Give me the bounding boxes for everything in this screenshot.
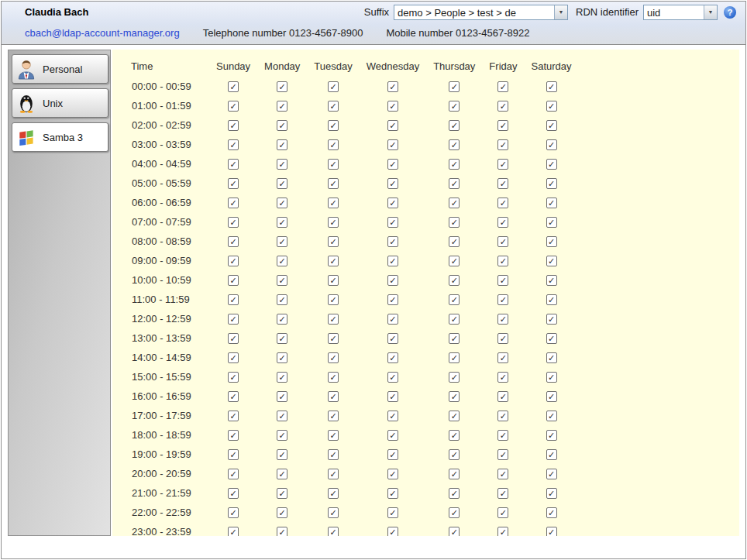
day-checkbox[interactable]: ✓ bbox=[228, 314, 239, 325]
day-checkbox[interactable]: ✓ bbox=[228, 256, 239, 266]
day-checkbox[interactable]: ✓ bbox=[449, 198, 460, 208]
day-checkbox[interactable]: ✓ bbox=[497, 469, 508, 479]
day-checkbox[interactable]: ✓ bbox=[328, 139, 339, 150]
day-checkbox[interactable]: ✓ bbox=[546, 159, 557, 170]
day-checkbox[interactable]: ✓ bbox=[546, 275, 557, 286]
day-checkbox[interactable]: ✓ bbox=[387, 333, 398, 344]
day-checkbox[interactable]: ✓ bbox=[546, 101, 557, 112]
day-checkbox[interactable]: ✓ bbox=[328, 198, 339, 208]
day-checkbox[interactable]: ✓ bbox=[328, 488, 339, 499]
day-checkbox[interactable]: ✓ bbox=[387, 469, 398, 479]
day-checkbox[interactable]: ✓ bbox=[387, 352, 398, 363]
day-checkbox[interactable]: ✓ bbox=[387, 391, 398, 402]
day-checkbox[interactable]: ✓ bbox=[328, 101, 339, 112]
day-checkbox[interactable]: ✓ bbox=[387, 159, 398, 170]
day-checkbox[interactable]: ✓ bbox=[228, 159, 239, 170]
day-checkbox[interactable]: ✓ bbox=[387, 372, 398, 383]
day-checkbox[interactable]: ✓ bbox=[277, 256, 287, 266]
day-checkbox[interactable]: ✓ bbox=[449, 391, 460, 402]
day-checkbox[interactable]: ✓ bbox=[228, 430, 239, 441]
day-checkbox[interactable]: ✓ bbox=[449, 507, 460, 518]
day-checkbox[interactable]: ✓ bbox=[449, 430, 460, 441]
day-checkbox[interactable]: ✓ bbox=[387, 178, 398, 189]
day-checkbox[interactable]: ✓ bbox=[497, 81, 508, 92]
day-checkbox[interactable]: ✓ bbox=[277, 101, 287, 112]
day-checkbox[interactable]: ✓ bbox=[497, 372, 508, 383]
day-checkbox[interactable]: ✓ bbox=[228, 101, 239, 112]
day-checkbox[interactable]: ✓ bbox=[449, 120, 460, 131]
day-checkbox[interactable]: ✓ bbox=[277, 507, 287, 518]
email-link[interactable]: cbach@ldap-account-manager.org bbox=[25, 27, 180, 39]
day-checkbox[interactable]: ✓ bbox=[277, 469, 287, 479]
day-checkbox[interactable]: ✓ bbox=[387, 314, 398, 325]
day-checkbox[interactable]: ✓ bbox=[328, 527, 339, 536]
day-checkbox[interactable]: ✓ bbox=[328, 469, 339, 479]
day-checkbox[interactable]: ✓ bbox=[449, 81, 460, 92]
day-checkbox[interactable]: ✓ bbox=[328, 81, 339, 92]
day-checkbox[interactable]: ✓ bbox=[328, 256, 339, 266]
day-checkbox[interactable]: ✓ bbox=[277, 178, 287, 189]
day-checkbox[interactable]: ✓ bbox=[449, 333, 460, 344]
day-checkbox[interactable]: ✓ bbox=[228, 391, 239, 402]
day-checkbox[interactable]: ✓ bbox=[387, 236, 398, 247]
day-checkbox[interactable]: ✓ bbox=[497, 391, 508, 402]
day-checkbox[interactable]: ✓ bbox=[497, 120, 508, 131]
day-checkbox[interactable]: ✓ bbox=[387, 294, 398, 305]
day-checkbox[interactable]: ✓ bbox=[277, 275, 287, 286]
day-checkbox[interactable]: ✓ bbox=[228, 139, 239, 150]
day-checkbox[interactable]: ✓ bbox=[546, 527, 557, 536]
day-checkbox[interactable]: ✓ bbox=[228, 488, 239, 499]
help-icon[interactable]: ? bbox=[724, 6, 736, 19]
day-checkbox[interactable]: ✓ bbox=[449, 217, 460, 228]
day-checkbox[interactable]: ✓ bbox=[228, 81, 239, 92]
day-checkbox[interactable]: ✓ bbox=[449, 178, 460, 189]
day-checkbox[interactable]: ✓ bbox=[387, 81, 398, 92]
day-checkbox[interactable]: ✓ bbox=[387, 139, 398, 150]
suffix-select[interactable]: demo > People > test > de ▼ bbox=[394, 5, 568, 20]
day-checkbox[interactable]: ✓ bbox=[228, 275, 239, 286]
day-checkbox[interactable]: ✓ bbox=[277, 314, 287, 325]
day-checkbox[interactable]: ✓ bbox=[497, 430, 508, 441]
day-checkbox[interactable]: ✓ bbox=[228, 294, 239, 305]
day-checkbox[interactable]: ✓ bbox=[387, 256, 398, 266]
day-checkbox[interactable]: ✓ bbox=[228, 372, 239, 383]
day-checkbox[interactable]: ✓ bbox=[277, 120, 287, 131]
day-checkbox[interactable]: ✓ bbox=[387, 488, 398, 499]
day-checkbox[interactable]: ✓ bbox=[277, 527, 287, 536]
day-checkbox[interactable]: ✓ bbox=[328, 333, 339, 344]
day-checkbox[interactable]: ✓ bbox=[328, 275, 339, 286]
day-checkbox[interactable]: ✓ bbox=[328, 178, 339, 189]
day-checkbox[interactable]: ✓ bbox=[328, 294, 339, 305]
day-checkbox[interactable]: ✓ bbox=[449, 449, 460, 460]
day-checkbox[interactable]: ✓ bbox=[277, 391, 287, 402]
day-checkbox[interactable]: ✓ bbox=[228, 469, 239, 479]
day-checkbox[interactable]: ✓ bbox=[546, 411, 557, 421]
day-checkbox[interactable]: ✓ bbox=[497, 178, 508, 189]
day-checkbox[interactable]: ✓ bbox=[328, 236, 339, 247]
day-checkbox[interactable]: ✓ bbox=[387, 198, 398, 208]
day-checkbox[interactable]: ✓ bbox=[228, 333, 239, 344]
day-checkbox[interactable]: ✓ bbox=[497, 217, 508, 228]
day-checkbox[interactable]: ✓ bbox=[277, 236, 287, 247]
day-checkbox[interactable]: ✓ bbox=[546, 139, 557, 150]
day-checkbox[interactable]: ✓ bbox=[228, 198, 239, 208]
day-checkbox[interactable]: ✓ bbox=[277, 430, 287, 441]
day-checkbox[interactable]: ✓ bbox=[449, 294, 460, 305]
day-checkbox[interactable]: ✓ bbox=[497, 294, 508, 305]
day-checkbox[interactable]: ✓ bbox=[497, 449, 508, 460]
day-checkbox[interactable]: ✓ bbox=[387, 449, 398, 460]
day-checkbox[interactable]: ✓ bbox=[387, 430, 398, 441]
day-checkbox[interactable]: ✓ bbox=[328, 391, 339, 402]
day-checkbox[interactable]: ✓ bbox=[497, 256, 508, 266]
day-checkbox[interactable]: ✓ bbox=[228, 411, 239, 421]
day-checkbox[interactable]: ✓ bbox=[546, 507, 557, 518]
day-checkbox[interactable]: ✓ bbox=[497, 236, 508, 247]
day-checkbox[interactable]: ✓ bbox=[497, 411, 508, 421]
day-checkbox[interactable]: ✓ bbox=[497, 507, 508, 518]
day-checkbox[interactable]: ✓ bbox=[277, 488, 287, 499]
day-checkbox[interactable]: ✓ bbox=[546, 488, 557, 499]
day-checkbox[interactable]: ✓ bbox=[449, 101, 460, 112]
day-checkbox[interactable]: ✓ bbox=[449, 352, 460, 363]
day-checkbox[interactable]: ✓ bbox=[497, 198, 508, 208]
day-checkbox[interactable]: ✓ bbox=[546, 333, 557, 344]
